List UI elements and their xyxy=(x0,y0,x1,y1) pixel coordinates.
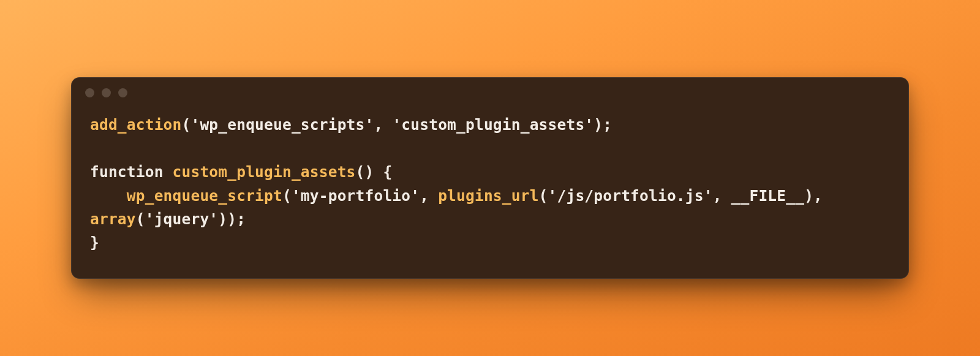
code-token: ( xyxy=(182,116,191,134)
code-token: 'wp_enqueue_scripts' xyxy=(190,116,374,134)
code-token: wp_enqueue_script xyxy=(127,187,282,205)
traffic-light-close-icon[interactable] xyxy=(85,88,94,97)
code-token: 'my-portfolio' xyxy=(292,187,420,205)
code-token xyxy=(164,163,173,181)
code-block: add_action('wp_enqueue_scripts', 'custom… xyxy=(72,107,908,278)
code-token: ), xyxy=(804,187,832,205)
code-token: 'custom_plugin_assets' xyxy=(392,116,594,134)
code-token: } xyxy=(90,233,99,251)
code-indent xyxy=(90,187,127,205)
code-token: ); xyxy=(594,116,612,134)
code-token: array xyxy=(90,210,136,228)
traffic-light-zoom-icon[interactable] xyxy=(118,88,127,97)
code-token: ( xyxy=(539,187,548,205)
code-token: ( xyxy=(282,187,292,205)
code-token: add_action xyxy=(90,116,182,134)
code-token: )); xyxy=(218,210,246,228)
window-titlebar xyxy=(72,78,908,107)
code-token: , xyxy=(374,116,392,134)
code-token: __FILE__ xyxy=(731,187,805,205)
traffic-light-minimize-icon[interactable] xyxy=(102,88,111,97)
code-token: custom_plugin_assets xyxy=(173,163,356,181)
code-window: add_action('wp_enqueue_scripts', 'custom… xyxy=(71,77,909,279)
code-token: '/js/portfolio.js' xyxy=(548,187,713,205)
code-token: , xyxy=(713,187,731,205)
code-token: ( xyxy=(136,210,145,228)
code-token: 'jquery' xyxy=(145,210,219,228)
code-token: plugins_url xyxy=(438,187,538,205)
code-token: () { xyxy=(356,163,393,181)
code-token: , xyxy=(420,187,438,205)
code-token: function xyxy=(90,163,164,181)
